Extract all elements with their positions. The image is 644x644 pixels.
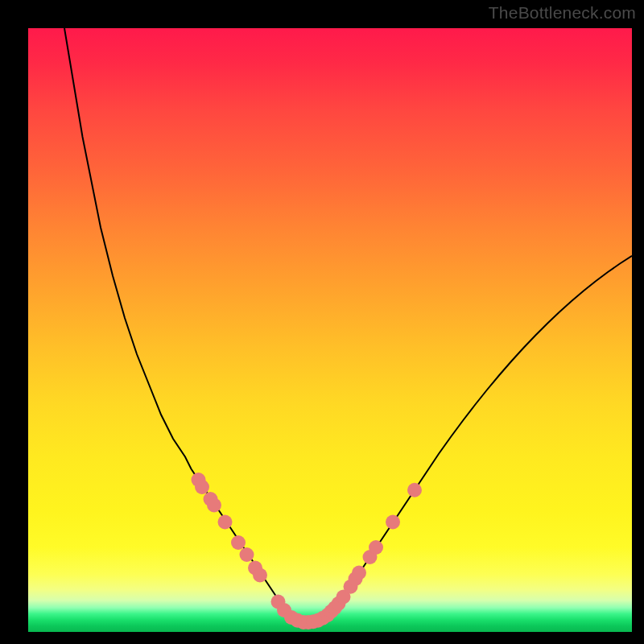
gradient-background <box>28 28 632 632</box>
watermark-text: TheBottleneck.com <box>489 3 636 23</box>
plot-area <box>28 28 632 632</box>
chart-stage: TheBottleneck.com <box>0 0 644 644</box>
